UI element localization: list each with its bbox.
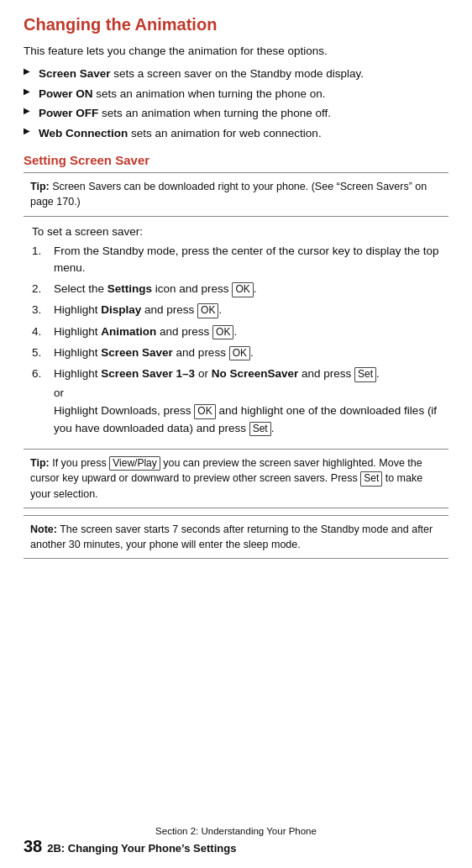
step-sub-mid: , press [157,404,194,417]
step-5-dot: . [250,346,254,359]
step-sub-pre: Highlight [54,404,101,417]
tip2-pre: If you press [50,457,110,469]
step-sub-dot: . [271,422,275,434]
step-6-dot: . [376,367,380,380]
step-5: 5. Highlight Screen Saver and press OK. [32,345,440,361]
ok-key-3: OK [197,303,218,318]
footer-section-line: Section 2: Understanding Your Phone [24,826,448,836]
note-text: The screen saver starts 7 seconds after … [30,523,433,550]
bullet-label-3: Power OFF [39,107,98,119]
step-4-bold: Animation [101,325,156,338]
step-4-pre: Highlight [54,325,101,338]
ok-key-5: OK [229,346,250,361]
step-3-post: and press [141,303,197,316]
tip1-text: Screen Savers can be downloaded right to… [30,181,427,208]
step-4-dot: . [233,325,237,338]
bullet-list: Screen Saver sets a screen saver on the … [24,64,448,143]
tip1-label: Tip: [30,181,50,192]
bullet-label-2: Power ON [39,87,93,100]
bullet-text-3: sets an animation when turning the phone… [98,107,331,119]
step-6-num: 6. [32,366,41,382]
note-box: Note: The screen saver starts 7 seconds … [24,515,448,559]
step-sub: Highlight Downloads, press OK and highli… [54,402,440,437]
step-2: 2. Select the Settings icon and press OK… [32,281,440,297]
step-6-bold2: No ScreenSaver [212,367,299,380]
step-2-post: icon and press [152,282,232,295]
bullet-label-4: Web Connection [39,127,128,139]
tip-box-1: Tip: Screen Savers can be downloaded rig… [24,172,448,216]
step-2-pre: Select the [54,282,108,295]
intro-text: This feature lets you change the animati… [24,45,448,57]
step-1: 1. From the Standby mode, press the cent… [32,243,440,277]
step-6-post: and press [298,367,354,380]
chapter-title: Changing the Animation [24,15,448,34]
section-heading: Setting Screen Saver [24,153,448,167]
step-5-bold: Screen Saver [101,346,173,359]
step-6-pre: Highlight [54,367,101,380]
step-6: 6. Highlight Screen Saver 1–3 or No Scre… [32,366,440,382]
step-3-pre: Highlight [54,303,101,316]
tip-box-2: Tip: If you press View/Play you can prev… [24,449,448,508]
list-item: Screen Saver sets a screen saver on the … [24,64,448,84]
steps-intro: To set a screen saver: [32,225,440,238]
step-2-bold: Settings [108,282,152,295]
step-4: 4. Highlight Animation and press OK. [32,324,440,340]
step-5-pre: Highlight [54,346,101,359]
steps-container: To set a screen saver: 1. From the Stand… [24,222,448,444]
step-6-or: or [195,367,212,380]
bullet-text-1: sets a screen saver on the Standby mode … [111,67,364,80]
step-sub-bold: Downloads [101,404,157,417]
step-1-num: 1. [32,243,41,260]
page-container: Changing the Animation This feature lets… [0,0,472,614]
tip2-label: Tip: [30,457,50,469]
footer-section-label: 2B: Changing Your Phone’s Settings [47,842,236,855]
note-label: Note: [30,523,57,535]
step-3-dot: . [218,303,222,316]
ok-key-2: OK [232,282,253,297]
set-key-tip2: Set [360,471,382,487]
step-2-dot: . [254,282,257,295]
ok-key-4: OK [212,325,233,340]
step-5-num: 5. [32,345,41,361]
step-4-post: and press [156,325,212,338]
step-6-bold1: Screen Saver 1–3 [101,367,195,380]
footer: Section 2: Understanding Your Phone 38 2… [0,818,472,868]
view-play-key: View/Play [109,456,160,471]
bullet-text-2: sets an animation when turning the phone… [93,87,326,100]
step-4-num: 4. [32,324,41,340]
list-item: Power ON sets an animation when turning … [24,84,448,104]
or-text: or [54,387,440,399]
footer-page-num: 38 [24,837,42,856]
footer-row: 38 2B: Changing Your Phone’s Settings [24,837,448,856]
bullet-text-4: sets an animation for web connection. [128,127,321,139]
list-item: Web Connection sets an animation for web… [24,124,448,144]
step-5-post: and press [173,346,229,359]
list-item: Power OFF sets an animation when turning… [24,103,448,124]
step-3-num: 3. [32,302,41,318]
step-3-bold: Display [101,303,141,316]
set-key-sub: Set [249,422,271,437]
ok-key-sub: OK [194,404,215,419]
step-2-num: 2. [32,281,41,297]
step-1-text: From the Standby mode, press the center … [54,245,439,274]
set-key-6: Set [354,367,376,382]
step-3: 3. Highlight Display and press OK. [32,302,440,318]
bullet-label-1: Screen Saver [39,67,111,80]
